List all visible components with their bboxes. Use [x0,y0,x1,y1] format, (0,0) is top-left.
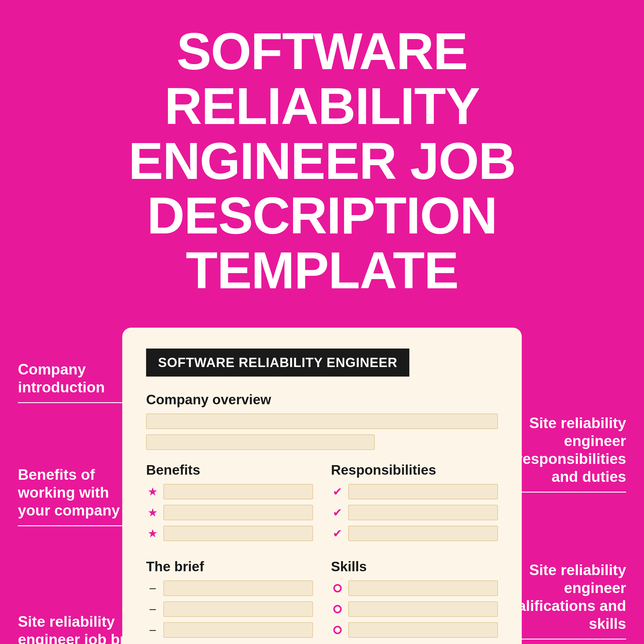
skill-row-1 [331,580,498,596]
content-area: Company introduction Benefits of working… [0,316,644,644]
responsibility-row-1: ✔ [331,484,498,499]
skill-input-3[interactable] [348,622,498,638]
company-overview-label: Company overview [146,391,498,408]
main-title: SOFTWARE RELIABILITY ENGINEER JOB DESCRI… [18,24,626,298]
check-icon-3: ✔ [331,527,344,540]
benefit-input-2[interactable] [163,505,313,520]
skill-row-2 [331,601,498,617]
brief-row-1: – [146,580,313,596]
company-overview-field-2[interactable] [146,434,375,450]
responsibility-input-3[interactable] [348,526,498,541]
brief-input-3[interactable] [163,622,313,638]
benefit-row-3: ★ [146,526,313,541]
form-card: SOFTWARE RELIABILITY ENGINEER Company ov… [122,328,522,644]
brief-input-1[interactable] [163,580,313,596]
skill-input-2[interactable] [348,601,498,617]
benefit-row-1: ★ [146,484,313,499]
brief-col: The brief – – – [146,558,313,643]
responsibility-input-1[interactable] [348,484,498,499]
skills-col: Skills [331,558,498,643]
star-icon-1: ★ [146,485,159,498]
benefit-input-1[interactable] [163,484,313,499]
form-header-bar: SOFTWARE RELIABILITY ENGINEER [146,349,409,377]
main-container: SOFTWARE RELIABILITY ENGINEER JOB DESCRI… [0,0,644,644]
responsibilities-col: Responsibilities ✔ ✔ ✔ [331,462,498,547]
brief-skills-section: The brief – – – Skill [146,558,498,643]
form-header-text: SOFTWARE RELIABILITY ENGINEER [158,355,397,370]
benefits-col: Benefits ★ ★ ★ [146,462,313,547]
responsibility-row-2: ✔ [331,505,498,520]
star-icon-3: ★ [146,527,159,540]
skills-label: Skills [331,558,498,575]
benefits-label: Benefits [146,462,313,478]
check-icon-2: ✔ [331,506,344,519]
dash-icon-3: – [146,623,159,636]
responsibility-row-3: ✔ [331,526,498,541]
company-overview-section: Company overview [146,391,498,450]
responsibility-input-2[interactable] [348,505,498,520]
circle-icon-1 [333,584,342,592]
brief-row-3: – [146,622,313,638]
circle-icon-2 [333,605,342,613]
skill-input-1[interactable] [348,580,498,596]
star-icon-2: ★ [146,506,159,519]
benefits-responsibilities-section: Benefits ★ ★ ★ Respon [146,462,498,547]
company-overview-field-1[interactable] [146,414,498,429]
responsibilities-label: Responsibilities [331,462,498,478]
benefit-row-2: ★ [146,505,313,520]
circle-icon-3 [333,626,342,634]
title-section: SOFTWARE RELIABILITY ENGINEER JOB DESCRI… [0,0,644,316]
dash-icon-1: – [146,582,159,595]
brief-label: The brief [146,558,313,575]
skill-row-3 [331,622,498,638]
brief-input-2[interactable] [163,601,313,617]
dash-icon-2: – [146,603,159,615]
benefit-input-3[interactable] [163,526,313,541]
check-icon-1: ✔ [331,485,344,498]
brief-row-2: – [146,601,313,617]
